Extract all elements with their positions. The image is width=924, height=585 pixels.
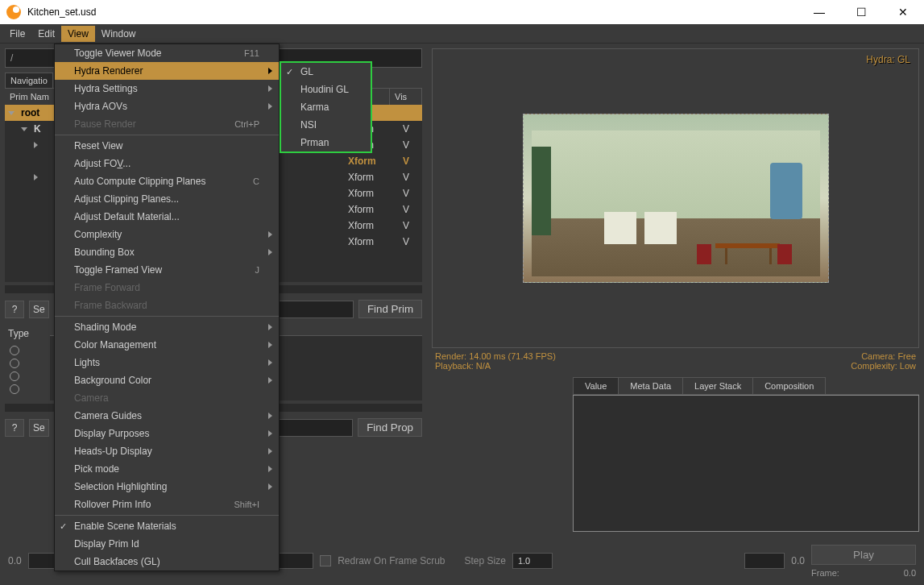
tab-composition[interactable]: Composition [752, 377, 826, 394]
stepsize-label: Step Size [465, 555, 506, 566]
submenu-arrow-icon [268, 377, 272, 384]
type-radio[interactable] [5, 371, 45, 381]
menu-item[interactable]: Toggle Viewer ModeF11 [55, 44, 279, 62]
menu-item[interactable]: Hydra Settings [55, 80, 279, 98]
view-menu-dropdown: Toggle Viewer ModeF11Hydra RendererHydra… [54, 44, 280, 571]
menu-item[interactable]: Display Prim Id [55, 535, 279, 553]
search-mode-button[interactable]: Se [29, 301, 49, 318]
menu-item[interactable]: ✓Enable Scene Materials [55, 517, 279, 535]
titlebar: Kitchen_set.usd — ☐ ✕ [0, 0, 924, 24]
stepsize-input[interactable] [512, 553, 553, 569]
navigation-tab[interactable]: Navigatio [5, 73, 53, 88]
tab-value[interactable]: Value [573, 377, 619, 394]
menu-item: Frame Forward [55, 279, 279, 297]
menu-item: Frame Backward [55, 297, 279, 314]
submenu-arrow-icon [268, 68, 272, 74]
redraw-checkbox[interactable] [320, 555, 331, 566]
render-region [523, 114, 829, 283]
menu-item: Pause RenderCtrl+P [55, 115, 279, 133]
menu-item[interactable]: Adjust Clipping Planes... [55, 190, 279, 208]
redraw-label: Redraw On Frame Scrub [338, 555, 445, 566]
help-button[interactable]: ? [5, 301, 24, 318]
tab-metadata[interactable]: Meta Data [618, 377, 683, 394]
col-vis[interactable]: Vis [390, 89, 422, 105]
submenu-arrow-icon [268, 466, 272, 472]
menu-item[interactable]: Display Purposes [55, 425, 279, 442]
menu-item[interactable]: Cull Backfaces (GL) [55, 553, 279, 570]
hydra-renderer-submenu: ✓GLHoudini GLKarmaNSIPrman [280, 61, 372, 153]
maximize-button[interactable]: ☐ [847, 1, 876, 23]
frame-end: 0.0 [791, 555, 805, 566]
submenu-arrow-icon [268, 413, 272, 419]
menu-item[interactable]: Selection Highlighting [55, 478, 279, 496]
expand-icon[interactable] [21, 127, 27, 131]
submenu-arrow-icon [268, 103, 272, 110]
window-title: Kitchen_set.usd [27, 6, 805, 18]
menu-edit[interactable]: Edit [31, 26, 61, 42]
frame-end-input[interactable] [744, 553, 785, 569]
submenu-arrow-icon [268, 448, 272, 454]
menu-item[interactable]: Hydra AOVs [55, 98, 279, 115]
find-prop-button[interactable]: Find Prop [358, 418, 422, 437]
right-panel: Hydra: GL Render: 14.00 ms (71.43 FPS) P… [427, 44, 924, 537]
menu-item[interactable]: Auto Compute Clipping PlanesC [55, 172, 279, 190]
menu-item[interactable]: Hydra Renderer [55, 62, 279, 80]
expand-icon[interactable] [8, 111, 15, 115]
menu-item[interactable]: Heads-Up Display [55, 442, 279, 460]
menu-item[interactable]: Bounding Box [55, 243, 279, 261]
menu-item[interactable]: Toggle Framed ViewJ [55, 261, 279, 279]
submenu-arrow-icon [268, 342, 272, 348]
submenu-item[interactable]: Karma [281, 98, 371, 116]
menu-window[interactable]: Window [95, 26, 143, 42]
property-tabs: Value Meta Data Layer Stack Composition [573, 377, 919, 395]
submenu-item[interactable]: Houdini GL [281, 81, 371, 98]
submenu-item[interactable]: ✓GL [281, 63, 371, 81]
type-radio[interactable] [5, 384, 45, 394]
help-button[interactable]: ? [5, 419, 24, 437]
menu-item[interactable]: Reset View [55, 137, 279, 155]
submenu-item[interactable]: NSI [281, 116, 371, 134]
find-prim-button[interactable]: Find Prim [358, 300, 422, 318]
menu-item[interactable]: Background Color [55, 371, 279, 389]
submenu-item[interactable]: Prman [281, 134, 371, 151]
menu-item[interactable]: Camera Guides [55, 407, 279, 425]
menu-item[interactable]: Rollover Prim InfoShift+I [55, 496, 279, 513]
menu-item: Camera [55, 389, 279, 407]
type-radio[interactable] [5, 346, 45, 355]
menu-item[interactable]: Adjust Default Material... [55, 208, 279, 226]
submenu-arrow-icon [268, 249, 272, 255]
viewport-stats: Render: 14.00 ms (71.43 FPS) Playback: N… [432, 348, 919, 374]
menu-item[interactable]: Color Management [55, 336, 279, 354]
submenu-arrow-icon [268, 324, 272, 330]
close-button[interactable]: ✕ [889, 1, 918, 23]
menu-item[interactable]: Shading Mode [55, 318, 279, 336]
frame-label: Frame: [811, 568, 839, 578]
viewport[interactable]: Hydra: GL [432, 48, 919, 348]
frame-start: 0.0 [8, 555, 22, 566]
expand-icon[interactable] [34, 174, 38, 180]
menu-item[interactable]: Complexity [55, 226, 279, 243]
type-radio[interactable] [5, 359, 45, 368]
app-icon [6, 5, 21, 19]
menu-item[interactable]: Lights [55, 354, 279, 371]
search-mode-button[interactable]: Se [29, 419, 49, 437]
menubar: File Edit View Window [0, 24, 924, 44]
frame-value: 0.0 [904, 568, 916, 578]
tab-layerstack[interactable]: Layer Stack [682, 377, 753, 394]
menu-item[interactable]: Adjust FOV... [55, 155, 279, 172]
submenu-arrow-icon [268, 430, 272, 437]
menu-item[interactable]: Pick mode [55, 460, 279, 478]
menu-file[interactable]: File [3, 26, 31, 42]
submenu-arrow-icon [268, 85, 272, 92]
expand-icon[interactable] [34, 142, 38, 148]
type-label: Type [5, 325, 45, 342]
submenu-arrow-icon [268, 483, 272, 490]
play-button[interactable]: Play [811, 545, 916, 565]
minimize-button[interactable]: — [805, 1, 834, 23]
menu-view[interactable]: View [61, 26, 95, 42]
hydra-renderer-label: Hydra: GL [866, 54, 910, 65]
tab-content [573, 395, 919, 532]
submenu-arrow-icon [268, 359, 272, 366]
submenu-arrow-icon [268, 231, 272, 238]
